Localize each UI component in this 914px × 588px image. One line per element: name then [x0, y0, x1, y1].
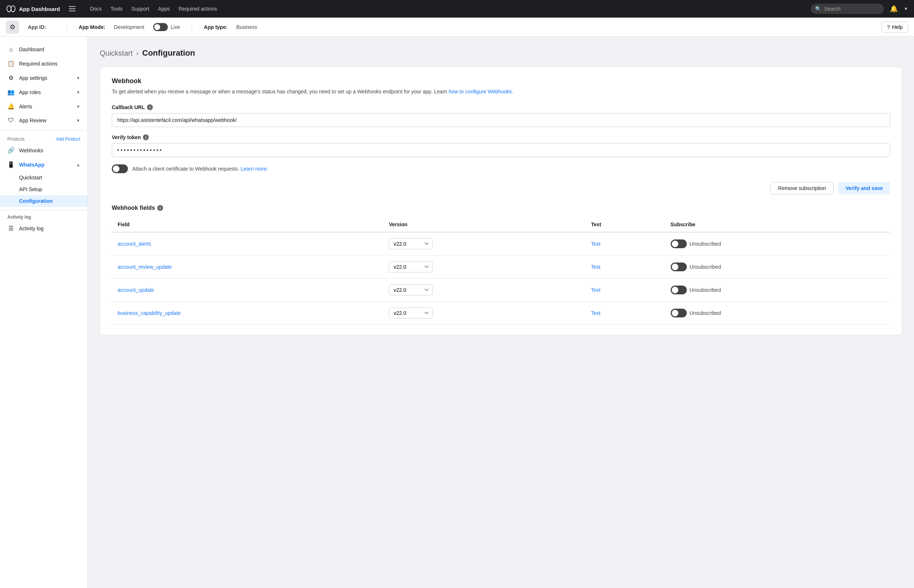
remove-subscription-button[interactable]: Remove subscription [770, 182, 834, 194]
account-dropdown-arrow[interactable]: ▼ [904, 6, 908, 11]
hamburger-menu[interactable] [69, 6, 76, 11]
subscribe-toggle-0: Unsubscribed [671, 239, 884, 248]
sidebar-item-app-review[interactable]: 🛡 App Review ▼ [0, 113, 88, 128]
help-button[interactable]: ? Help [882, 22, 908, 32]
layout: ⌂ Dashboard 📋 Required actions ⚙ App set… [0, 37, 914, 588]
table-row: account_alerts v22.0 Test Unsubscribed [112, 232, 890, 255]
col-field: Field [112, 217, 383, 232]
activity-log-icon: ☰ [7, 225, 15, 232]
api-setup-label: API Setup [19, 186, 42, 192]
sidebar-item-alerts[interactable]: 🔔 Alerts ▼ [0, 99, 88, 113]
verify-and-save-button[interactable]: Verify and save [838, 182, 890, 194]
chevron-up-icon: ▲ [76, 163, 80, 167]
col-subscribe: Subscribe [665, 217, 890, 232]
verify-token-input[interactable] [112, 143, 890, 157]
test-link-2[interactable]: Test [591, 287, 601, 293]
subscribe-status-1: Unsubscribed [690, 264, 721, 270]
add-product-link[interactable]: Add Product [56, 137, 80, 142]
sidebar-item-required-actions[interactable]: 📋 Required actions [0, 57, 88, 71]
breadcrumb-separator: › [136, 49, 139, 57]
field-link-2[interactable]: account_update [118, 287, 154, 293]
version-select-2[interactable]: v22.0 [389, 284, 433, 296]
field-link-3[interactable]: business_capability_update [118, 310, 181, 316]
subscribe-status-0: Unsubscribed [690, 241, 721, 247]
callback-url-input[interactable] [112, 113, 890, 127]
sidebar-item-app-roles[interactable]: 👥 App roles ▼ [0, 85, 88, 99]
table-header: Field Version Test Subscribe [112, 217, 890, 232]
webhooks-icon: 🔗 [7, 147, 15, 154]
logo: App Dashboard [6, 4, 60, 14]
sidebar-sub-item-configuration[interactable]: Configuration [0, 195, 88, 207]
live-label: Live [171, 24, 180, 30]
cert-text: Attach a client certificate to Webhook r… [132, 166, 268, 172]
nav-support[interactable]: Support [131, 6, 149, 12]
app-icon: ⚙ [6, 21, 19, 34]
version-select-1[interactable]: v22.0 [389, 262, 433, 272]
whatsapp-icon: 📱 [7, 161, 15, 168]
subscribe-toggle-button-0[interactable] [671, 239, 687, 248]
version-select-3[interactable]: v22.0 [389, 307, 433, 318]
callback-url-info-icon[interactable]: i [147, 104, 153, 110]
subscribe-toggle-3: Unsubscribed [671, 309, 884, 317]
subscribe-toggle-button-3[interactable] [671, 309, 687, 317]
sidebar: ⌂ Dashboard 📋 Required actions ⚙ App set… [0, 37, 88, 588]
breadcrumb-parent[interactable]: Quickstart [100, 49, 133, 58]
chevron-down-icon-roles: ▼ [76, 90, 80, 94]
app-id-label: App ID: [28, 24, 46, 30]
activity-log-label: Activity log [19, 226, 44, 231]
sidebar-divider2 [0, 210, 88, 210]
sidebar-sub-item-api-setup[interactable]: API Setup [0, 183, 88, 195]
webhook-action-buttons: Remove subscription Verify and save [112, 182, 890, 194]
chevron-down-icon: ▼ [76, 76, 80, 80]
sidebar-item-app-settings[interactable]: ⚙ App settings ▼ [0, 71, 88, 85]
version-select-0[interactable]: v22.0 [389, 238, 433, 249]
chevron-down-icon-alerts: ▼ [76, 104, 80, 109]
subscribe-toggle-1: Unsubscribed [671, 263, 884, 271]
webhook-fields-info-icon[interactable]: i [157, 205, 163, 211]
svg-point-0 [7, 6, 11, 12]
nav-apps[interactable]: Apps [158, 6, 170, 12]
learn-more-link[interactable]: Learn more. [240, 166, 268, 172]
app-mode-toggle-wrap[interactable]: Live [153, 23, 180, 31]
app-mode-toggle[interactable] [153, 23, 168, 31]
test-link-1[interactable]: Test [591, 264, 601, 270]
products-label: Products [7, 137, 24, 142]
app-mode-label: App Mode: [79, 24, 105, 30]
divider [67, 23, 67, 31]
cert-toggle[interactable] [112, 165, 128, 173]
search-input[interactable] [824, 6, 880, 12]
learn-webhooks-link[interactable]: how to configure Webhooks. [449, 89, 513, 94]
webhook-card: Webhook To get alerted when you receive … [100, 67, 902, 335]
sidebar-item-whatsapp[interactable]: 📱 WhatsApp ▲ [0, 157, 88, 172]
verify-token-info-icon[interactable]: i [143, 134, 149, 140]
app-roles-label: App roles [19, 89, 72, 95]
nav-docs[interactable]: Docs [90, 6, 102, 12]
field-link-1[interactable]: account_review_update [118, 264, 172, 270]
shield-icon: 🛡 [7, 117, 15, 124]
nav-tools[interactable]: Tools [111, 6, 123, 12]
sidebar-sub-item-quickstart[interactable]: Quickstart [0, 172, 88, 183]
nav-required-actions[interactable]: Required actions [178, 6, 217, 12]
divider2 [192, 23, 192, 31]
webhooks-label: Webhooks [19, 147, 80, 153]
test-link-3[interactable]: Test [591, 310, 601, 316]
sidebar-item-webhooks[interactable]: 🔗 Webhooks [0, 143, 88, 157]
roles-icon: 👥 [7, 89, 15, 95]
subscribe-toggle-button-1[interactable] [671, 263, 687, 271]
nav-right: 🔍 🔔 ▼ [811, 4, 908, 14]
cert-row: Attach a client certificate to Webhook r… [112, 165, 890, 173]
app-dashboard-label: App Dashboard [19, 6, 60, 12]
required-actions-icon: 📋 [7, 60, 15, 67]
activity-section-label: Activity log [0, 213, 88, 221]
table-body: account_alerts v22.0 Test Unsubscribed a… [112, 232, 890, 325]
col-test: Test [585, 217, 665, 232]
test-link-0[interactable]: Test [591, 241, 601, 247]
webhook-fields-table: Field Version Test Subscribe account_ale… [112, 217, 890, 325]
sidebar-item-dashboard[interactable]: ⌂ Dashboard [0, 42, 88, 57]
subscribe-toggle-button-2[interactable] [671, 286, 687, 294]
table-row: business_capability_update v22.0 Test Un… [112, 302, 890, 325]
bell-icon[interactable]: 🔔 [890, 5, 898, 13]
search-box[interactable]: 🔍 [811, 4, 884, 14]
field-link-0[interactable]: account_alerts [118, 241, 151, 247]
sidebar-item-activity-log[interactable]: ☰ Activity log [0, 221, 88, 236]
